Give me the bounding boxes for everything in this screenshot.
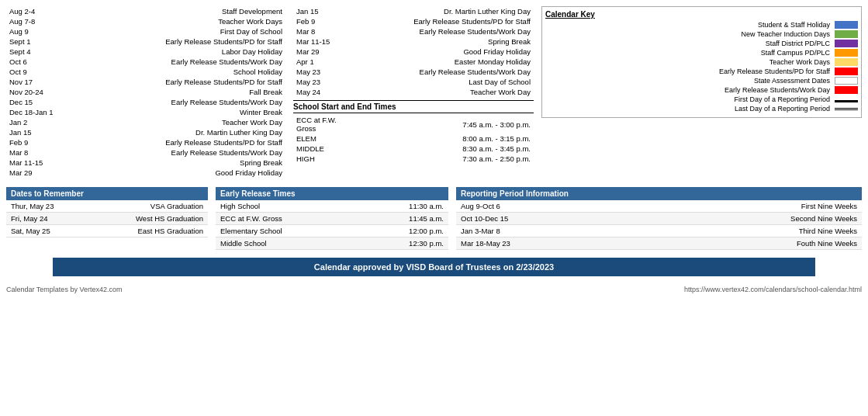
event-date: Jan 15	[293, 6, 355, 16]
event-date: Nov 20-24	[6, 87, 68, 97]
event-name: Early Release Students/Work Day	[68, 57, 285, 67]
event-date: May 23	[293, 67, 355, 77]
event-date: Oct 6	[6, 57, 68, 67]
event-date: Feb 9	[6, 137, 68, 147]
calendar-key-title: Calendar Key	[545, 10, 858, 19]
event-date: Sept 1	[6, 36, 68, 47]
event-name: Early Release Students/PD for Staff	[68, 77, 285, 87]
event-date: Sept 4	[6, 47, 68, 57]
key-color-swatch	[835, 77, 858, 85]
event-date: Nov 17	[6, 77, 68, 87]
event: West HS Graduation	[88, 213, 208, 225]
key-label: Staff Campus PD/PLC	[545, 49, 830, 57]
dates: Aug 9-Oct 6	[456, 200, 633, 213]
school: Elementary School	[216, 225, 359, 237]
date: Fri, May 24	[6, 213, 88, 225]
table-row: Nov 17Early Release Students/PD for Staf…	[6, 77, 285, 87]
school-name: HIGH	[293, 154, 355, 164]
school-time-row: ECC at F.W. Gross7:45 a.m. - 3:00 p.m.	[293, 115, 534, 133]
table-row: Mar 8Early Release Students/Work Day	[293, 26, 534, 36]
table-row: Mar 18-May 23Fouth Nine Weeks	[456, 237, 862, 250]
dates: Jan 3-Mar 8	[456, 225, 633, 237]
dates: Oct 10-Dec 15	[456, 213, 633, 225]
school-hours: 8:30 a.m. - 3:45 p.m.	[355, 144, 534, 154]
time: 11:30 a.m.	[359, 200, 448, 213]
key-row: First Day of a Reporting Period	[545, 95, 858, 103]
event-name: Early Release Students/PD for Staff	[68, 36, 285, 47]
key-row: Staff Campus PD/PLC	[545, 49, 858, 57]
time: 12:00 p.m.	[359, 225, 448, 237]
event-date: Mar 29	[293, 47, 355, 57]
key-row: New Teacher Induction Days	[545, 30, 858, 38]
col1-events: Aug 2-4Staff DevelopmentAug 7-8Teacher W…	[6, 6, 285, 178]
event-name: Teacher Work Day	[355, 87, 534, 97]
col2-events: Jan 15Dr. Martin Luther King DayFeb 9Ear…	[293, 6, 534, 178]
table-row: Middle School12:30 p.m.	[216, 237, 448, 250]
key-row: Staff District PD/PLC	[545, 40, 858, 47]
event-date: Jan 15	[6, 127, 68, 137]
date: Sat, May 25	[6, 225, 88, 237]
table-row: Sept 1Early Release Students/PD for Staf…	[6, 36, 285, 47]
key-color-swatch	[835, 58, 858, 66]
key-label: Early Release Students/Work Day	[545, 86, 830, 94]
table-row: Aug 9-Oct 6First Nine Weeks	[456, 200, 862, 213]
key-label: Student & Staff Holiday	[545, 21, 830, 29]
school-time-row: HIGH7:30 a.m. - 2:50 p.m.	[293, 154, 534, 164]
label: First Nine Weeks	[633, 200, 862, 213]
event-name: Dr. Martin Luther King Day	[355, 6, 534, 16]
event-date: Apr 1	[293, 57, 355, 67]
table-row: Aug 9First Day of School	[6, 26, 285, 36]
key-row: Early Release Students/Work Day	[545, 86, 858, 94]
table-row: Mar 29Good Friday Holiday	[293, 47, 534, 57]
event-date: Dec 18-Jan 1	[6, 107, 68, 117]
event-name: Easter Monday Holiday	[355, 57, 534, 67]
table-row: Oct 10-Dec 15Second Nine Weeks	[456, 213, 862, 225]
footer-right: https://www.vertex42.com/calendars/schoo…	[684, 286, 862, 293]
key-row: Last Day of a Reporting Period	[545, 105, 858, 113]
event-date: Mar 8	[6, 147, 68, 158]
event-date: Oct 9	[6, 67, 68, 77]
event-name: Winter Break	[68, 107, 285, 117]
school-hours: 7:45 a.m. - 3:00 p.m.	[355, 115, 534, 133]
school: ECC at F.W. Gross	[216, 213, 359, 225]
table-row: ECC at F.W. Gross11:45 a.m.	[216, 213, 448, 225]
footer-left: Calendar Templates by Vertex42.com	[6, 286, 122, 293]
reporting-period-section: Reporting Period Information Aug 9-Oct 6…	[456, 187, 862, 250]
key-row: State Assessment Dates	[545, 77, 858, 85]
key-label: First Day of a Reporting Period	[545, 95, 830, 103]
event-date: Aug 2-4	[6, 6, 68, 16]
event-name: Teacher Work Day	[68, 117, 285, 127]
key-label: Last Day of a Reporting Period	[545, 105, 830, 113]
table-row: Aug 7-8Teacher Work Days	[6, 16, 285, 26]
key-row: Student & Staff Holiday	[545, 21, 858, 29]
table-row: Aug 2-4Staff Development	[6, 6, 285, 16]
event-date: Dec 15	[6, 97, 68, 107]
school-time-row: MIDDLE8:30 a.m. - 3:45 p.m.	[293, 144, 534, 154]
table-row: May 23Last Day of School	[293, 77, 534, 87]
approved-banner: Calendar approved by VISD Board of Trust…	[53, 258, 815, 276]
event-date: Jan 2	[6, 117, 68, 127]
event-date: May 23	[293, 77, 355, 87]
key-color-swatch	[835, 40, 858, 47]
event-name: Spring Break	[68, 158, 285, 168]
time: 12:30 p.m.	[359, 237, 448, 250]
school-times-header: School Start and End Times	[293, 100, 534, 113]
event-date: Aug 9	[6, 26, 68, 36]
table-row: Jan 15Dr. Martin Luther King Day	[6, 127, 285, 137]
event-name: Good Friday Holiday	[68, 168, 285, 178]
table-row: Mar 11-15Spring Break	[293, 36, 534, 47]
label: Fouth Nine Weeks	[633, 237, 862, 250]
school-times-section: School Start and End Times ECC at F.W. G…	[293, 100, 534, 164]
key-color-swatch	[835, 68, 858, 75]
key-row: Early Release Students/PD for Staff	[545, 68, 858, 75]
event-name: First Day of School	[68, 26, 285, 36]
event-date: Mar 29	[6, 168, 68, 178]
school-hours: 7:30 a.m. - 2:50 p.m.	[355, 154, 534, 164]
label: Third Nine Weeks	[633, 225, 862, 237]
dates-to-remember-header: Dates to Remember	[6, 187, 208, 200]
key-color-swatch	[835, 108, 858, 113]
table-row: Sat, May 25East HS Graduation	[6, 225, 208, 237]
calendar-key-section: Calendar Key Student & Staff HolidayNew …	[541, 6, 862, 178]
event-name: Early Release Students/PD for Staff	[355, 16, 534, 26]
event-name: School Holiday	[68, 67, 285, 77]
